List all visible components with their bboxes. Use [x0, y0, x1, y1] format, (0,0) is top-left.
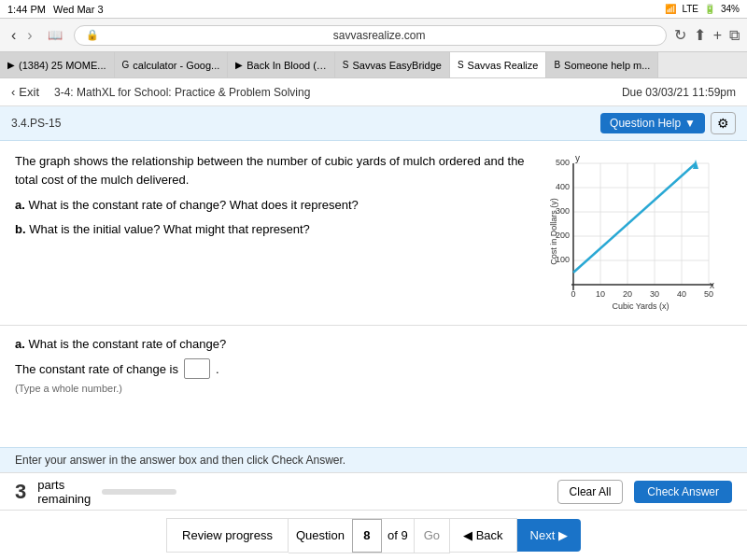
back-button[interactable]: ‹: [7, 25, 20, 46]
instruction-text: Enter your answer in the answer box and …: [15, 454, 345, 467]
tab-5-label: Savvas Realize: [468, 60, 539, 71]
tab-1-favicon: ▶: [7, 60, 15, 70]
review-progress-button[interactable]: Review progress: [166, 518, 289, 553]
exit-button[interactable]: ‹ Exit: [11, 85, 39, 99]
signal-type: LTE: [682, 4, 698, 14]
part-a-section: a. What is the constant rate of change? …: [0, 325, 747, 405]
svg-text:0: 0: [571, 289, 575, 299]
question-number-input[interactable]: [352, 519, 382, 553]
clear-all-button[interactable]: Clear All: [557, 480, 624, 504]
dropdown-icon: ▼: [684, 117, 696, 130]
answer-input[interactable]: [184, 358, 210, 379]
svg-text:100: 100: [556, 255, 570, 264]
question-help-label: Question Help: [610, 117, 681, 130]
svg-text:Cubic Yards (x): Cubic Yards (x): [612, 301, 669, 311]
signal-icon: 📶: [665, 4, 676, 14]
graph-container: Cost in Dollars (y) 500 400 300 200 100: [545, 152, 732, 314]
back-button-nav[interactable]: ◀ Back: [450, 518, 517, 553]
tab-3[interactable]: ▶ Back In Blood (…: [228, 52, 335, 77]
part-a-label: a. What is the constant rate of change?: [15, 337, 732, 351]
tab-6-label: Someone help m...: [564, 60, 650, 71]
tab-4-label: Savvas EasyBridge: [353, 60, 442, 71]
instruction-bar: Enter your answer in the answer box and …: [0, 447, 747, 472]
app-header: ‹ Exit 3-4: MathXL for School: Practice …: [0, 78, 747, 106]
svg-text:y: y: [575, 153, 580, 163]
address-bar[interactable]: 🔒 savvasrealize.com: [74, 25, 667, 46]
lock-icon: 🔒: [86, 29, 99, 41]
question-id: 3.4.PS-15: [11, 117, 61, 130]
due-date: Due 03/03/21 11:59pm: [622, 86, 736, 99]
of-label: of 9: [382, 528, 414, 542]
question-help-button[interactable]: Question Help ▼: [600, 113, 705, 133]
svg-text:10: 10: [596, 289, 605, 299]
tab-5-favicon: S: [458, 60, 464, 70]
tab-2[interactable]: G calculator - Goog...: [115, 52, 229, 77]
tabs-button[interactable]: ⧉: [729, 27, 740, 44]
exit-label: Exit: [19, 85, 39, 99]
go-button[interactable]: Go: [414, 519, 449, 553]
tab-1-label: (1384) 25 MOME...: [19, 60, 106, 71]
tab-6[interactable]: B Someone help m...: [546, 52, 658, 77]
svg-text:40: 40: [677, 289, 686, 299]
svg-text:50: 50: [704, 289, 713, 299]
bottom-nav: Review progress Question of 9 Go ◀ Back …: [0, 510, 747, 560]
part-b-prompt: b. What is the initial value? What might…: [15, 220, 527, 239]
tab-2-favicon: G: [122, 60, 130, 70]
part-a-prompt: a. What is the constant rate of change? …: [15, 196, 527, 215]
tab-3-label: Back In Blood (…: [247, 60, 327, 71]
check-answer-button[interactable]: Check Answer: [634, 481, 732, 503]
question-header: 3.4.PS-15 Question Help ▼ ⚙: [0, 106, 747, 141]
question-body-text: The graph shows the relationship between…: [15, 152, 527, 189]
question-nav: Question of 9 Go: [289, 518, 450, 553]
browser-chrome: ‹ › 📖 🔒 savvasrealize.com ↻ ⬆ + ⧉: [0, 19, 747, 52]
reader-icon: 📖: [44, 28, 66, 42]
tab-6-favicon: B: [554, 60, 560, 70]
svg-text:30: 30: [650, 289, 659, 299]
url-text: savvasrealize.com: [105, 29, 655, 42]
gear-icon: ⚙: [717, 116, 729, 131]
breadcrumb: 3-4: MathXL for School: Practice & Probl…: [54, 86, 310, 99]
graph-svg: Cost in Dollars (y) 500 400 300 200 100: [545, 152, 732, 311]
time: 1:44 PM: [7, 4, 46, 15]
battery-level: 34%: [721, 4, 740, 14]
question-body: The graph shows the relationship between…: [0, 141, 747, 325]
parts-count: 3: [15, 480, 26, 504]
hint-text: (Type a whole number.): [15, 383, 732, 394]
svg-text:500: 500: [556, 158, 570, 167]
tab-2-label: calculator - Goog...: [133, 60, 219, 71]
next-button-nav[interactable]: Next ▶: [517, 519, 581, 552]
question-text-area: The graph shows the relationship between…: [15, 152, 527, 314]
tab-3-favicon: ▶: [235, 60, 243, 70]
progress-bar-area: 3 parts remaining Clear All Check Answer: [0, 472, 747, 510]
share-button[interactable]: ⬆: [694, 26, 706, 44]
day: Wed Mar 3: [53, 4, 104, 15]
parts-label: parts: [37, 478, 91, 492]
tab-4-favicon: S: [343, 60, 349, 70]
answer-suffix: .: [216, 362, 219, 376]
answer-line: The constant rate of change is .: [15, 358, 732, 379]
tabs-bar: ▶ (1384) 25 MOME... G calculator - Goog.…: [0, 52, 747, 78]
tab-1[interactable]: ▶ (1384) 25 MOME...: [0, 52, 115, 77]
progress-track: [102, 489, 176, 495]
answer-prefix: The constant rate of change is: [15, 362, 178, 376]
svg-text:300: 300: [556, 206, 570, 216]
tab-4[interactable]: S Savvas EasyBridge: [335, 52, 450, 77]
svg-line-29: [573, 163, 696, 273]
status-bar: 1:44 PM Wed Mar 3 📶 LTE 🔋 34%: [0, 0, 747, 19]
svg-text:400: 400: [556, 182, 570, 191]
forward-button[interactable]: ›: [23, 25, 35, 46]
svg-text:200: 200: [556, 231, 570, 240]
remaining-label: remaining: [37, 492, 91, 506]
battery-icon: 🔋: [704, 4, 715, 14]
chevron-left-icon: ‹: [11, 85, 15, 99]
new-tab-button[interactable]: +: [713, 27, 722, 44]
reload-button[interactable]: ↻: [674, 26, 686, 44]
tab-5[interactable]: S Savvas Realize: [450, 52, 547, 77]
question-label: Question: [289, 528, 352, 542]
settings-button[interactable]: ⚙: [711, 112, 736, 134]
svg-text:20: 20: [623, 289, 632, 299]
